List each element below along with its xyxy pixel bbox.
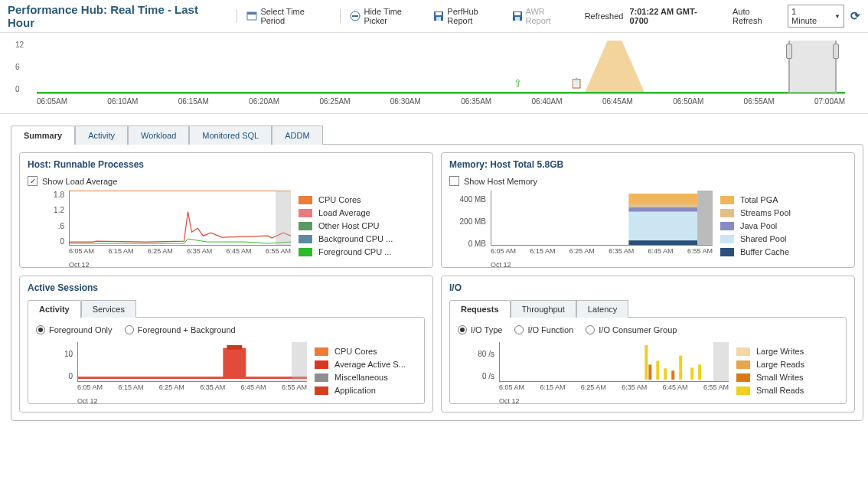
perfhub-report-button[interactable]: PerfHub Report — [433, 7, 505, 25]
select-time-period-label: Select Time Period — [260, 7, 331, 25]
panel-active-title: Active Sessions — [28, 282, 425, 293]
inner-tab-latency[interactable]: Latency — [576, 300, 629, 318]
svg-rect-1 — [247, 12, 256, 15]
legend-label: Average Active S... — [334, 360, 406, 369]
io-ytick: 0 /s — [467, 372, 494, 380]
timeline-selection[interactable] — [788, 41, 837, 93]
timeline-xtick: 07:00AM — [814, 97, 845, 106]
timeline-xaxis: 06:05AM 06:10AM 06:15AM 06:20AM 06:25AM … — [37, 94, 845, 113]
legend-swatch — [736, 347, 750, 356]
select-time-period-button[interactable]: Select Time Period — [246, 7, 331, 25]
svg-rect-21 — [644, 345, 648, 380]
hide-time-picker-button[interactable]: Hide Time Picker — [350, 7, 427, 25]
active-ytick: 10 — [45, 350, 73, 358]
active-xtick: 6:25 AM — [159, 383, 184, 396]
auto-refresh-select[interactable]: 1 Minute ▼ — [788, 5, 844, 28]
io-xtick: 6:05 AM — [499, 383, 524, 396]
radio-io-type-label: I/O Type — [471, 325, 502, 334]
inner-tab-services[interactable]: Services — [81, 300, 136, 318]
tab-summary[interactable]: Summary — [11, 126, 75, 145]
io-ytick: 80 /s — [467, 350, 494, 358]
checkbox-show-load-average[interactable] — [28, 176, 38, 186]
timeline-xtick: 06:30AM — [390, 97, 421, 106]
active-xtick: 6:15 AM — [118, 383, 143, 396]
active-xtick: 6:35 AM — [200, 383, 225, 396]
radio-io-type[interactable] — [458, 325, 467, 334]
panel-io-title: I/O — [449, 282, 847, 293]
panel-active-sessions: Active Sessions Activity Services Foregr… — [19, 276, 433, 413]
timeline-xtick: 06:35AM — [461, 97, 491, 106]
radio-foreground-only[interactable] — [36, 325, 45, 334]
awr-report-button[interactable]: AWR Report — [512, 7, 573, 25]
inner-tab-activity[interactable]: Activity — [28, 300, 81, 318]
host-xtick: 6:45 AM — [227, 247, 252, 259]
svg-rect-27 — [690, 367, 693, 380]
legend-swatch — [315, 373, 328, 382]
active-xtick: 6:05 AM — [77, 383, 103, 396]
checkbox-show-host-memory[interactable] — [449, 176, 459, 186]
legend-label: Streams Pool — [740, 208, 791, 217]
svg-rect-26 — [679, 356, 682, 380]
tab-workload[interactable]: Workload — [128, 126, 189, 145]
timeline-chart[interactable]: 12 6 0 ⇧ 📋 — [37, 41, 845, 94]
save-icon — [512, 11, 523, 21]
timeline-handle-left[interactable] — [786, 44, 792, 59]
svg-rect-18 — [78, 377, 307, 379]
auto-refresh-value: 1 Minute — [791, 7, 824, 25]
active-inner-tabs: Activity Services — [28, 299, 425, 317]
legend-label: Foreground CPU ... — [318, 247, 391, 256]
active-legend: CPU Cores Average Active S... Miscellane… — [315, 342, 416, 396]
legend-swatch — [736, 373, 750, 382]
save-icon — [433, 11, 444, 21]
calendar-icon — [246, 11, 257, 21]
legend-swatch — [736, 360, 750, 369]
legend-label: Small Writes — [756, 373, 804, 382]
svg-rect-9 — [515, 17, 520, 21]
host-ytick: 1.2 — [37, 206, 64, 214]
legend-label: Buffer Cache — [740, 247, 789, 256]
tab-monitored-sql[interactable]: Monitored SQL — [189, 126, 272, 145]
active-ytick: 0 — [45, 372, 73, 380]
refresh-icon[interactable]: ⟳ — [850, 9, 860, 23]
legend-label: Background CPU ... — [318, 234, 393, 243]
inner-tab-throughput[interactable]: Throughput — [511, 300, 576, 318]
io-chart[interactable]: 80 /s 0 /s — [468, 342, 729, 396]
radio-io-function-label: I/O Function — [527, 325, 573, 334]
legend-swatch — [299, 196, 312, 204]
tab-activity[interactable]: Activity — [75, 126, 128, 145]
active-chart-date: Oct 12 — [77, 397, 98, 405]
memory-chart-date: Oct 12 — [491, 261, 511, 269]
host-chart[interactable]: 1.8 1.2 .6 0 6:05 AM — [38, 191, 291, 259]
legend-swatch — [720, 209, 734, 217]
timeline-xtick: 06:50AM — [673, 97, 703, 106]
active-xtick: 6:55 AM — [282, 383, 307, 396]
legend-label: Application — [334, 386, 376, 395]
radio-io-function[interactable] — [514, 325, 524, 334]
host-legend: CPU Cores Load Average Other Host CPU Ba… — [299, 191, 425, 259]
memory-chart[interactable]: 400 MB 200 MB 0 MB — [460, 191, 713, 259]
memory-legend: Total PGA Streams Pool Java Pool Shared … — [720, 191, 847, 259]
legend-swatch — [315, 347, 328, 356]
svg-rect-12 — [628, 212, 697, 240]
radio-foreground-background[interactable] — [125, 325, 134, 334]
svg-rect-14 — [628, 204, 697, 207]
memory-xtick: 6:35 AM — [609, 247, 634, 259]
timeline-xtick: 06:25AM — [319, 97, 350, 106]
legend-label: Miscellaneous — [334, 373, 388, 382]
legend-swatch — [299, 209, 312, 217]
legend-swatch — [299, 235, 312, 243]
panel-memory: Memory: Host Total 5.8GB Show Host Memor… — [441, 152, 855, 268]
io-chart-date: Oct 12 — [499, 397, 520, 405]
inner-tab-requests[interactable]: Requests — [449, 300, 511, 318]
legend-swatch — [315, 386, 328, 395]
timeline-handle-right[interactable] — [833, 44, 839, 59]
timeline-peak-area — [570, 41, 659, 93]
future-band — [713, 342, 729, 381]
radio-io-consumer[interactable] — [586, 325, 595, 334]
svg-rect-23 — [656, 361, 659, 380]
host-ytick: 1.8 — [37, 191, 64, 199]
active-chart[interactable]: 10 0 6: — [47, 342, 307, 396]
tab-addm[interactable]: ADDM — [272, 126, 322, 145]
tab-content: Host: Runnable Processes Show Load Avera… — [11, 144, 863, 421]
host-xtick: 6:55 AM — [266, 247, 291, 259]
